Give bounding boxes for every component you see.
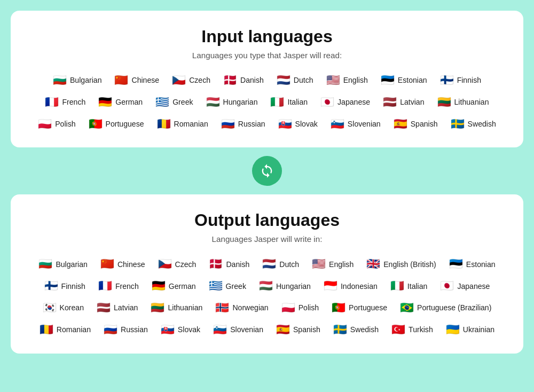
list-item: 🇬🇷Greek bbox=[151, 95, 197, 110]
list-item: 🇰🇷Korean bbox=[38, 300, 88, 316]
list-item: 🇧🇷Portuguese (Brazilian) bbox=[396, 300, 496, 316]
list-item: 🇳🇱Dutch bbox=[272, 73, 318, 88]
swap-button[interactable] bbox=[252, 156, 282, 186]
list-item: 🇱🇹Lithuanian bbox=[433, 95, 493, 110]
language-name: Finnish bbox=[61, 282, 85, 291]
language-name: Italian bbox=[407, 282, 428, 291]
language-name: Swedish bbox=[468, 120, 496, 128]
flag-icon: 🇺🇸 bbox=[326, 75, 340, 86]
flag-icon: 🇺🇸 bbox=[312, 258, 326, 270]
flag-icon: 🇸🇮 bbox=[331, 119, 344, 130]
flag-icon: 🇵🇹 bbox=[89, 119, 103, 130]
language-name: Danish bbox=[240, 76, 264, 84]
list-item: 🇱🇹Lithuanian bbox=[146, 300, 207, 316]
flag-icon: 🇸🇪 bbox=[333, 324, 347, 335]
language-name: Dutch bbox=[279, 260, 299, 269]
language-name: German bbox=[115, 98, 143, 106]
list-item: 🇺🇸English bbox=[308, 256, 358, 272]
flag-icon: 🇱🇹 bbox=[151, 302, 164, 313]
flag-icon: 🇧🇬 bbox=[38, 258, 52, 270]
list-item: 🇪🇪Estonian bbox=[445, 256, 500, 272]
list-item: 🇧🇬Bulgarian bbox=[49, 73, 106, 88]
language-name: Romanian bbox=[57, 325, 91, 334]
list-item: 🇪🇸Spanish bbox=[389, 116, 442, 132]
language-name: Estonian bbox=[398, 76, 427, 84]
flag-icon: 🇹🇷 bbox=[391, 324, 405, 335]
language-name: Portuguese bbox=[106, 120, 144, 128]
flag-icon: 🇩🇰 bbox=[209, 258, 223, 270]
list-item: 🇩🇰Danish bbox=[205, 256, 254, 272]
flag-icon: 🇷🇴 bbox=[40, 324, 53, 335]
flag-icon: 🇬🇧 bbox=[366, 258, 380, 270]
list-item: 🇺🇸English bbox=[322, 73, 372, 88]
flag-icon: 🇬🇷 bbox=[209, 280, 223, 292]
flag-icon: 🇮🇩 bbox=[324, 280, 337, 292]
list-item: 🇩🇪German bbox=[147, 278, 200, 294]
flag-icon: 🇮🇹 bbox=[270, 97, 284, 108]
flag-icon: 🇵🇱 bbox=[38, 119, 52, 130]
flag-icon: 🇪🇸 bbox=[394, 119, 407, 130]
language-name: Latvian bbox=[114, 303, 138, 312]
language-name: English (British) bbox=[383, 260, 436, 269]
list-item: 🇸🇮Slovenian bbox=[326, 116, 385, 132]
flag-icon: 🇺🇦 bbox=[446, 324, 460, 335]
flag-icon: 🇩🇰 bbox=[223, 75, 237, 86]
input-subtitle: Languages you type that Jasper will read… bbox=[32, 51, 502, 60]
language-name: Slovak bbox=[178, 325, 200, 334]
flag-icon: 🇸🇰 bbox=[161, 324, 175, 335]
list-item: 🇨🇿Czech bbox=[168, 73, 215, 88]
flag-icon: 🇫🇮 bbox=[44, 280, 58, 292]
flag-icon: 🇫🇷 bbox=[98, 280, 112, 292]
flag-icon: 🇫🇷 bbox=[45, 97, 59, 108]
language-name: Slovenian bbox=[348, 120, 381, 128]
flag-icon: 🇪🇪 bbox=[381, 75, 395, 86]
list-item: 🇸🇪Swedish bbox=[446, 116, 500, 132]
language-name: Czech bbox=[175, 260, 197, 269]
language-name: Korean bbox=[60, 303, 84, 312]
list-item: 🇭🇺Hungarian bbox=[202, 95, 262, 110]
list-item: 🇨🇿Czech bbox=[154, 256, 201, 272]
language-name: French bbox=[115, 282, 139, 291]
input-title: Input languages bbox=[32, 27, 502, 46]
list-item: 🇮🇹Italian bbox=[386, 278, 432, 294]
language-name: Hungarian bbox=[276, 282, 311, 291]
input-languages-card: Input languages Languages you type that … bbox=[11, 11, 523, 147]
flag-icon: 🇩🇪 bbox=[152, 280, 166, 292]
language-name: Norwegian bbox=[232, 303, 268, 312]
list-item: 🇮🇹Italian bbox=[266, 95, 312, 110]
language-name: Japanese bbox=[457, 282, 490, 291]
list-item: 🇧🇬Bulgarian bbox=[34, 256, 91, 272]
flag-icon: 🇰🇷 bbox=[43, 302, 57, 313]
output-languages-card: Output languages Languages Jasper will w… bbox=[11, 194, 523, 353]
flag-icon: 🇧🇬 bbox=[53, 75, 67, 86]
language-name: Danish bbox=[226, 260, 249, 269]
flag-icon: 🇯🇵 bbox=[440, 280, 454, 292]
list-item: 🇷🇺Russian bbox=[217, 116, 270, 132]
flag-icon: 🇳🇱 bbox=[277, 75, 290, 86]
flag-icon: 🇪🇸 bbox=[276, 324, 290, 335]
flag-icon: 🇳🇱 bbox=[262, 258, 276, 270]
language-name: Finnish bbox=[457, 76, 481, 84]
flag-icon: 🇩🇪 bbox=[98, 97, 112, 108]
flag-icon: 🇨🇳 bbox=[100, 258, 114, 270]
list-item: 🇸🇰Slovak bbox=[274, 116, 322, 132]
list-item: 🇮🇩Indonesian bbox=[319, 278, 382, 294]
language-name: Greek bbox=[226, 282, 246, 291]
flag-icon: 🇫🇮 bbox=[440, 75, 454, 86]
flag-icon: 🇳🇴 bbox=[215, 302, 229, 313]
list-item: 🇵🇱Polish bbox=[277, 300, 323, 316]
language-name: Swedish bbox=[350, 325, 379, 334]
list-item: 🇯🇵Japanese bbox=[436, 278, 494, 294]
list-item: 🇬🇷Greek bbox=[205, 278, 250, 294]
flag-icon: 🇷🇴 bbox=[157, 119, 171, 130]
flag-icon: 🇧🇷 bbox=[400, 302, 414, 313]
list-item: 🇵🇹Portuguese bbox=[84, 116, 148, 132]
language-name: English bbox=[343, 76, 368, 84]
list-item: 🇨🇳Chinese bbox=[96, 256, 150, 272]
list-item: 🇱🇻Latvian bbox=[92, 300, 142, 316]
flag-icon: 🇸🇪 bbox=[451, 119, 465, 130]
language-name: Japanese bbox=[337, 98, 370, 106]
list-item: 🇫🇮Finnish bbox=[436, 73, 485, 88]
output-language-grid: 🇧🇬Bulgarian🇨🇳Chinese🇨🇿Czech🇩🇰Danish🇳🇱Dut… bbox=[32, 256, 502, 337]
list-item: 🇩🇪German bbox=[94, 95, 147, 110]
